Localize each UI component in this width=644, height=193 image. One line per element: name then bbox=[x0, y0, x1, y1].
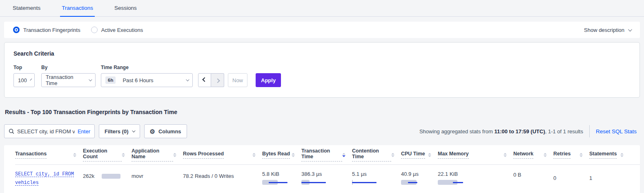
time-range-label: Time Range bbox=[101, 65, 198, 70]
aggregated-stats-text: Showing aggregated stats from 11:00 to 1… bbox=[419, 128, 583, 135]
filters-label: Filters (0) bbox=[105, 128, 129, 135]
sort-icon bbox=[122, 153, 125, 157]
column-header-execution-count[interactable]: Execution Count bbox=[83, 148, 131, 162]
search-criteria-panel: Search Criteria Top 100 By Transaction T… bbox=[4, 42, 640, 98]
gear-icon: ⚙ bbox=[150, 128, 155, 135]
max-memory-cell: 22.1 KiB bbox=[438, 170, 513, 185]
top-select[interactable]: 100 bbox=[13, 73, 35, 87]
sort-icon bbox=[391, 153, 394, 157]
radio-label: Transaction Fingerprints bbox=[23, 27, 80, 33]
now-button[interactable]: Now bbox=[228, 73, 247, 87]
contention-time-bar bbox=[352, 180, 385, 185]
sort-icon bbox=[544, 153, 547, 157]
time-range-arrows bbox=[198, 73, 224, 87]
top-select-value: 100 bbox=[18, 77, 27, 83]
show-description-label: Show description bbox=[584, 27, 624, 33]
search-criteria-title: Search Criteria bbox=[13, 50, 631, 57]
network-cell: 0 B bbox=[513, 172, 521, 178]
radio-transaction-fingerprints[interactable]: Transaction Fingerprints bbox=[13, 27, 80, 33]
cpu-time-bar bbox=[401, 180, 434, 185]
by-field: By Transaction Time bbox=[41, 65, 101, 87]
column-header-statements[interactable]: Statements bbox=[589, 151, 630, 159]
by-label: By bbox=[41, 65, 101, 70]
transaction-time-bar bbox=[301, 180, 334, 185]
reset-sql-stats-link[interactable]: Reset SQL Stats bbox=[596, 128, 637, 135]
chevron-down-icon bbox=[628, 27, 632, 31]
rows-processed-cell: 78.2 Reads / 0 Writes bbox=[183, 173, 234, 179]
by-select-value: Transaction Time bbox=[46, 74, 85, 86]
sort-icon bbox=[579, 153, 583, 157]
application-name-cell: movr bbox=[131, 173, 143, 179]
transaction-time-cell: 386.3 µs bbox=[301, 170, 352, 185]
top-field: Top 100 bbox=[13, 65, 41, 87]
stats-time-range: 11:00 to 17:59 (UTC) bbox=[494, 128, 545, 135]
search-input[interactable] bbox=[17, 128, 75, 135]
cpu-time-cell: 40.9 µs bbox=[401, 170, 438, 185]
table-row: SELECT city, id FROM vehicles 262k movr … bbox=[4, 165, 640, 193]
results-controls-row: Enter Filters (0) ⚙ Columns Showing aggr… bbox=[4, 124, 640, 138]
radio-unselected-icon[interactable] bbox=[91, 27, 98, 33]
time-range-field: Time Range 6h Past 6 Hours bbox=[101, 65, 198, 87]
column-header-cpu-time[interactable]: CPU Time bbox=[401, 151, 438, 159]
column-header-transaction-time[interactable]: Transaction Time bbox=[301, 148, 352, 162]
column-header-contention-time[interactable]: Contention Time bbox=[352, 148, 401, 162]
column-header-transactions[interactable]: Transactions bbox=[15, 151, 83, 159]
filters-button[interactable]: Filters (0) bbox=[99, 124, 140, 138]
sort-icon bbox=[504, 153, 507, 157]
arrow-right-icon bbox=[215, 79, 220, 83]
page-tabs: Statements Transactions Sessions bbox=[0, 0, 644, 17]
sort-icon bbox=[73, 153, 76, 157]
results-heading: Results - Top 100 Transaction Fingerprin… bbox=[5, 109, 640, 115]
statements-cell: 1 bbox=[589, 175, 592, 181]
by-select[interactable]: Transaction Time bbox=[41, 73, 96, 87]
column-header-max-memory[interactable]: Max Memory bbox=[438, 151, 513, 159]
apply-button[interactable]: Apply bbox=[256, 73, 281, 87]
search-enter-button[interactable]: Enter bbox=[78, 128, 90, 135]
sort-icon bbox=[342, 153, 345, 157]
sort-icon bbox=[292, 153, 295, 157]
chevron-down-icon bbox=[132, 129, 135, 132]
sort-icon bbox=[173, 153, 176, 157]
sort-icon bbox=[620, 153, 624, 157]
tab-statements[interactable]: Statements bbox=[11, 0, 42, 17]
view-radio-group: Transaction Fingerprints Active Executio… bbox=[13, 27, 143, 33]
max-memory-bar bbox=[438, 180, 470, 185]
column-header-retries[interactable]: Retries bbox=[553, 151, 589, 159]
arrow-left-icon bbox=[202, 77, 207, 82]
radio-label: Active Executions bbox=[101, 27, 143, 33]
tab-sessions[interactable]: Sessions bbox=[113, 0, 138, 17]
columns-button[interactable]: ⚙ Columns bbox=[144, 124, 187, 138]
vertical-divider bbox=[589, 125, 590, 137]
bytes-read-cell: 5.8 KiB bbox=[262, 170, 301, 185]
chevron-down-icon bbox=[30, 79, 32, 81]
previous-time-range-button[interactable] bbox=[198, 73, 211, 87]
time-range-value: Past 6 Hours bbox=[123, 77, 183, 83]
columns-label: Columns bbox=[158, 128, 181, 135]
chevron-down-icon bbox=[186, 78, 189, 81]
top-label: Top bbox=[13, 65, 41, 70]
column-header-rows-processed[interactable]: Rows Processed bbox=[183, 151, 262, 159]
search-icon bbox=[9, 128, 14, 134]
table-header-row: Transactions Execution Count Application… bbox=[4, 145, 640, 164]
results-table: Transactions Execution Count Application… bbox=[4, 145, 640, 193]
time-range-select[interactable]: 6h Past 6 Hours bbox=[101, 73, 193, 87]
execution-count-cell: 262k bbox=[83, 173, 131, 179]
sort-icon bbox=[252, 153, 256, 157]
transaction-fingerprint-link[interactable]: SELECT city, id FROM vehicles bbox=[15, 170, 83, 187]
bytes-read-bar bbox=[262, 180, 295, 185]
time-range-badge: 6h bbox=[105, 76, 116, 84]
tab-transactions[interactable]: Transactions bbox=[60, 0, 95, 17]
execution-count-bar bbox=[102, 174, 120, 179]
search-box: Enter bbox=[4, 124, 95, 138]
radio-active-executions[interactable]: Active Executions bbox=[91, 27, 143, 33]
retries-cell: 0 bbox=[553, 175, 556, 181]
column-header-network[interactable]: Network bbox=[513, 151, 553, 159]
column-header-application-name[interactable]: Application Name bbox=[131, 148, 183, 162]
sort-icon bbox=[428, 153, 431, 157]
contention-time-cell: 5.1 µs bbox=[352, 170, 401, 185]
radio-selected-icon[interactable] bbox=[13, 27, 20, 33]
view-toggle-row: Transaction Fingerprints Active Executio… bbox=[4, 22, 640, 38]
column-header-bytes-read[interactable]: Bytes Read bbox=[262, 151, 301, 159]
next-time-range-button[interactable] bbox=[211, 73, 224, 87]
show-description-toggle[interactable]: Show description bbox=[584, 27, 631, 33]
